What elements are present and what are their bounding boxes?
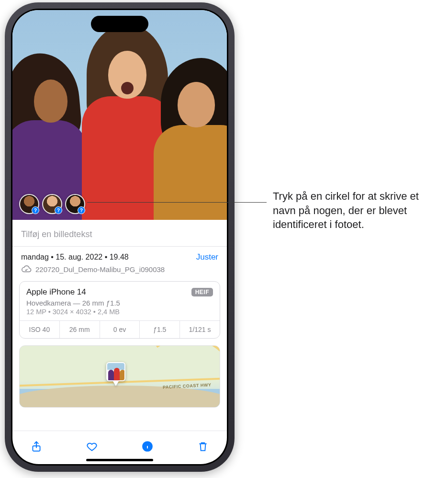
camera-info-card: Apple iPhone 14 HEIF Hovedkamera — 26 mm…: [19, 281, 220, 339]
location-map[interactable]: PACIFIC COAST HWY: [19, 345, 220, 408]
heart-icon: [86, 440, 98, 453]
person-circle-2[interactable]: ?: [42, 194, 62, 214]
camera-device: Apple iPhone 14: [26, 287, 86, 297]
share-button[interactable]: [29, 439, 44, 454]
iphone-bezel: ? ? ? mandag • 15.: [11, 9, 228, 466]
camera-metadata: 12 MP • 3024 × 4032 • 2,4 MB: [20, 308, 220, 320]
home-indicator[interactable]: [86, 459, 153, 461]
icloud-checked-icon: [21, 264, 32, 274]
spec-ev: 0 ev: [100, 321, 140, 338]
photo-person-right: [156, 48, 227, 220]
spec-focal: 26 mm: [60, 321, 100, 338]
camera-specs-row: ISO 40 26 mm 0 ev ƒ1.5 1/121 s: [20, 320, 220, 338]
camera-lens: Hovedkamera — 26 mm ƒ1.5: [20, 299, 220, 308]
callout-leader-line: [87, 202, 267, 203]
screen: ? ? ? mandag • 15.: [12, 10, 227, 464]
photo-datetime: mandag • 15. aug. 2022 • 19.48: [21, 253, 196, 262]
trash-icon: [197, 440, 209, 453]
caption-input[interactable]: [21, 229, 218, 239]
iphone-frame: ? ? ? mandag • 15.: [5, 2, 235, 472]
file-row: 220720_Dul_Demo-Malibu_PG_i090038: [12, 263, 227, 281]
map-photo-pin[interactable]: [106, 362, 125, 386]
question-badge-icon: ?: [78, 206, 85, 214]
spec-shutter: 1/121 s: [180, 321, 220, 338]
photo-preview[interactable]: ? ? ?: [12, 10, 227, 220]
info-icon: [141, 440, 154, 453]
person-circle-3[interactable]: ?: [65, 194, 85, 214]
dynamic-island: [91, 16, 148, 32]
map-pin-thumbnail: [106, 362, 125, 381]
favorite-button[interactable]: [84, 439, 100, 454]
info-button[interactable]: [140, 439, 155, 454]
spec-aperture: ƒ1.5: [140, 321, 180, 338]
callout-text: Tryk på en cirkel for at skrive et navn …: [273, 189, 440, 232]
date-row: mandag • 15. aug. 2022 • 19.48 Juster: [12, 247, 227, 263]
format-badge: HEIF: [191, 288, 213, 296]
caption-row: [12, 220, 227, 247]
question-badge-icon: ?: [55, 206, 62, 214]
detected-people-row: ? ? ?: [19, 194, 85, 214]
question-badge-icon: ?: [32, 206, 39, 214]
svg-point-2: [147, 444, 148, 444]
map-road-curve: [125, 345, 220, 408]
cloud-filename: 220720_Dul_Demo-Malibu_PG_i090038: [35, 265, 165, 273]
adjust-button[interactable]: Juster: [196, 252, 218, 262]
delete-button[interactable]: [195, 439, 211, 454]
person-circle-1[interactable]: ?: [19, 194, 39, 214]
spec-iso: ISO 40: [20, 321, 60, 338]
share-icon: [30, 440, 43, 453]
